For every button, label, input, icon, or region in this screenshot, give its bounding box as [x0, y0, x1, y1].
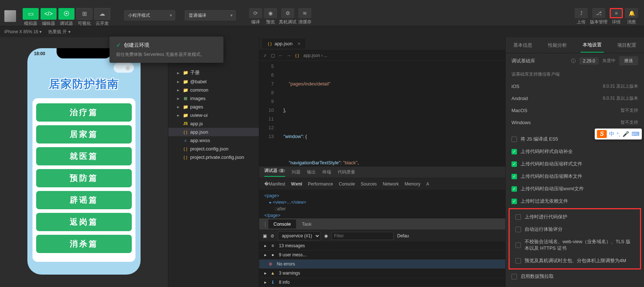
console-tab[interactable]: Console: [268, 219, 296, 229]
upload-button[interactable]: ⤴: [575, 8, 588, 18]
reload-toggle[interactable]: 热重载 开 ▾: [48, 29, 70, 35]
phone-menu-item[interactable]: 预防篇: [36, 169, 132, 187]
tab-perf[interactable]: 性能分析: [546, 38, 569, 52]
simulator-toggle[interactable]: ▭: [23, 8, 39, 20]
setting-checkbox-row[interactable]: ✓上传代码时自动压缩wxml文件: [506, 183, 644, 195]
checkbox-icon[interactable]: ✓: [511, 186, 517, 192]
editor-toggle[interactable]: </>: [41, 8, 57, 20]
message-button[interactable]: 🔔: [625, 8, 638, 18]
inspect-icon[interactable]: �Manifest: [264, 181, 285, 187]
mic-icon[interactable]: 🎤: [622, 131, 629, 137]
checkbox-icon[interactable]: [511, 137, 517, 142]
phone-menu-item[interactable]: 辟谣篇: [36, 191, 132, 209]
phone-menu-item[interactable]: 就医篇: [36, 147, 132, 165]
panel-wxml[interactable]: Wxml: [291, 181, 302, 187]
phone-menu-item[interactable]: 消杀篇: [36, 235, 132, 253]
phone-menu-item[interactable]: 返岗篇: [36, 213, 132, 231]
tab-debugger[interactable]: 调试器3: [264, 168, 285, 177]
tab-local-settings[interactable]: 本地设置: [580, 38, 604, 53]
tree-item[interactable]: ▸📁子册: [168, 68, 259, 77]
panel-performance[interactable]: Performance: [308, 181, 333, 187]
compile-button[interactable]: ⟳: [249, 8, 262, 18]
panel-memory[interactable]: Memory: [405, 181, 420, 187]
split-editor-icon[interactable]: ⫽: [263, 53, 267, 58]
console-menu-icon[interactable]: ⋮: [263, 221, 268, 227]
setting-checkbox-row[interactable]: ✓上传代码时样式自动补全: [506, 145, 644, 158]
panel-sources[interactable]: Sources: [361, 181, 377, 187]
setting-checkbox-row[interactable]: 启用数据预拉取: [506, 270, 644, 283]
clear-console-icon[interactable]: ⊘: [271, 233, 274, 238]
push-button[interactable]: 推送: [619, 56, 638, 65]
checkbox-icon[interactable]: ✓: [511, 199, 517, 204]
tab-terminal[interactable]: 终端: [322, 169, 331, 175]
tree-item[interactable]: JSapp.js: [168, 119, 259, 128]
phone-menu-item[interactable]: 居家篇: [36, 125, 132, 144]
msg-row-warnings[interactable]: ▸▲3 warnings: [259, 269, 505, 278]
breadcrumb-path[interactable]: app.json › ...: [303, 53, 327, 58]
checkbox-icon[interactable]: ✓: [511, 161, 517, 167]
panel-network[interactable]: Network: [383, 181, 399, 187]
dom-tree[interactable]: <page> ▸ <view>…</view> ::after </page>: [259, 190, 505, 218]
msg-row-user[interactable]: ▸●9 user mess...: [259, 250, 505, 260]
tab-quality[interactable]: 代码质量: [338, 169, 355, 175]
code-editor[interactable]: "pages/index/detail" ], "window": { "nav…: [278, 61, 505, 166]
tree-item[interactable]: ▸📁uview-ui: [168, 111, 259, 119]
context-select[interactable]: appservice (#1): [278, 231, 321, 240]
task-tab[interactable]: Task: [297, 219, 317, 229]
eye-icon[interactable]: ◉: [324, 233, 328, 238]
keyboard-icon[interactable]: ⌨: [632, 131, 640, 137]
panel-console[interactable]: Console: [339, 181, 355, 187]
msg-row-info[interactable]: ▸ℹ8 info: [259, 278, 505, 287]
filter-input[interactable]: [331, 232, 394, 240]
compile-dropdown[interactable]: 普通编译: [185, 10, 236, 20]
setting-checkbox-row[interactable]: 预览及真机调试时主包、分包体积上限调整为4M: [510, 255, 640, 267]
realdebug-button[interactable]: ⚙: [281, 8, 294, 18]
checkbox-icon[interactable]: ✓: [511, 149, 517, 154]
tab-output[interactable]: 输出: [307, 169, 316, 175]
level-dropdown[interactable]: Defau: [397, 233, 409, 238]
cloud-toggle[interactable]: ☁: [94, 8, 110, 20]
checkbox-icon[interactable]: [515, 227, 521, 232]
close-tab-icon[interactable]: ×: [298, 41, 300, 46]
bookmark-icon[interactable]: ▢: [271, 53, 275, 58]
detail-button[interactable]: ≡: [610, 8, 623, 18]
setting-checkbox-row[interactable]: 自动运行体验评分: [510, 223, 640, 236]
user-avatar[interactable]: [4, 10, 16, 22]
checkbox-icon[interactable]: [515, 242, 521, 248]
version-button[interactable]: ⎇: [592, 8, 605, 18]
tab-problems[interactable]: 问题: [292, 169, 300, 175]
tree-item[interactable]: ▸▦images: [168, 94, 259, 103]
tree-item[interactable]: { }project.config.json: [168, 145, 259, 153]
visualize-toggle[interactable]: ⊞: [76, 8, 92, 20]
tree-item[interactable]: { }project.private.config.json: [168, 153, 259, 161]
ime-punct-icon[interactable]: °,: [617, 131, 620, 137]
editor-tab-appjson[interactable]: { } app.json ×: [262, 39, 306, 49]
phone-menu-item[interactable]: 治疗篇: [36, 103, 132, 122]
setting-checkbox-row[interactable]: ✓上传代码时自动压缩脚本文件: [506, 170, 644, 183]
clearcache-button[interactable]: ≋: [298, 8, 311, 18]
preview-button[interactable]: ◉: [264, 8, 277, 18]
tab-project-config[interactable]: 项目配置: [615, 38, 639, 52]
debugger-toggle[interactable]: ⦿: [58, 8, 74, 20]
ime-toolbar[interactable]: S 中 °, 🎤 ⌨: [595, 129, 642, 139]
setting-checkbox-row[interactable]: 上传时进行代码保护: [510, 211, 640, 223]
mode-dropdown[interactable]: 小程序模式: [124, 10, 175, 20]
setting-checkbox-row[interactable]: 不校验合法域名、web-view（业务域名）、TLS 版本以及 HTTPS 证书: [510, 236, 640, 255]
msg-row-all[interactable]: ▸≡13 messages: [259, 241, 505, 250]
tree-item[interactable]: ▸📁common: [168, 86, 259, 94]
nav-fwd-icon[interactable]: →: [287, 53, 291, 58]
checkbox-icon[interactable]: [515, 214, 521, 220]
checkbox-icon[interactable]: ✓: [511, 174, 517, 179]
device-selector[interactable]: iPhone X 85% 16 ▾: [4, 29, 42, 34]
nav-back-icon[interactable]: ←: [279, 53, 283, 58]
tree-item[interactable]: { }app.json: [168, 128, 259, 136]
baselib-version[interactable]: 2.29.0: [579, 57, 599, 65]
tree-item[interactable]: ▸📁@babel: [168, 77, 259, 86]
msg-row-errors[interactable]: ⊗No errors: [259, 260, 505, 269]
setting-checkbox-row[interactable]: ✓上传代码时自动压缩样式文件: [506, 158, 644, 170]
checkbox-icon[interactable]: [515, 258, 521, 264]
tab-basic-info[interactable]: 基本信息: [511, 38, 534, 52]
sidebar-toggle-icon[interactable]: ▣: [263, 233, 267, 238]
tree-item[interactable]: ▸📁pages: [168, 103, 259, 111]
setting-checkbox-row[interactable]: ✓上传时过滤无依赖文件: [506, 195, 644, 207]
